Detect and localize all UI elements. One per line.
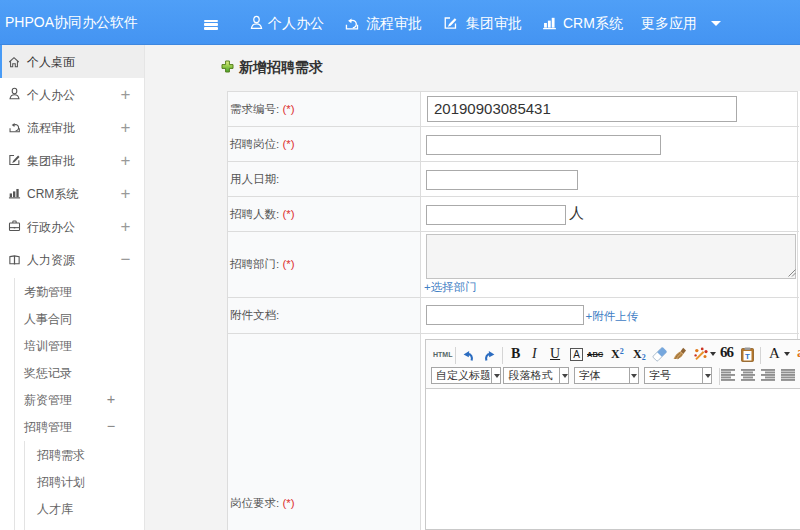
svg-text:T: T bbox=[745, 352, 750, 361]
